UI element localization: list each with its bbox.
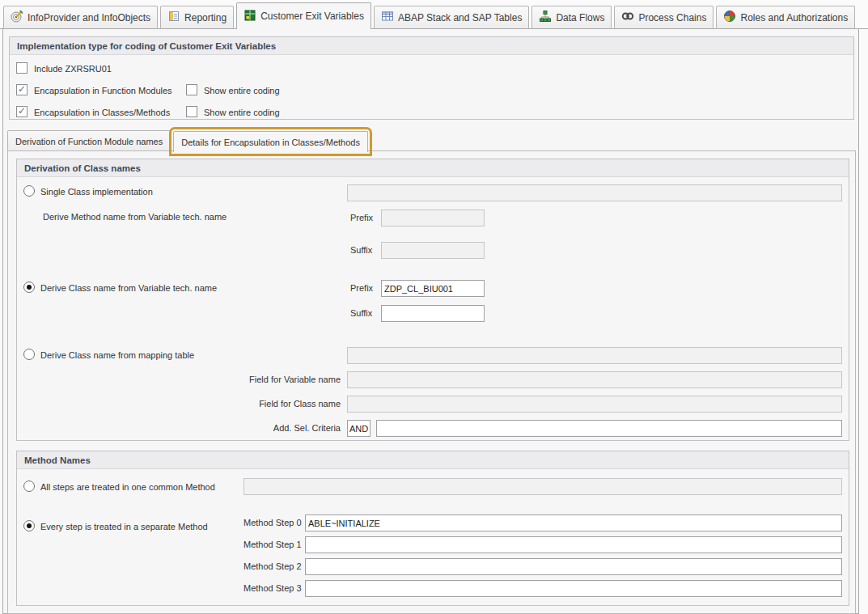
show-entire-coding-fm-label: Show entire coding — [204, 86, 280, 95]
class-suffix-label: Suffix — [350, 308, 372, 318]
mapping-table-label: Derive Class name from mapping table — [40, 350, 194, 360]
mapping-table-input[interactable] — [347, 347, 842, 364]
tab-reporting[interactable]: Reporting — [160, 6, 234, 28]
common-method-radio[interactable] — [23, 481, 35, 492]
separate-method-label: Every step is treated in a separate Meth… — [40, 522, 208, 531]
process-chains-icon — [621, 10, 634, 25]
report-icon — [167, 10, 180, 25]
method-step-2-input[interactable] — [305, 558, 842, 575]
encapsulation-classes-methods-checkbox[interactable] — [16, 106, 28, 117]
subtab-label: Derivation of Function Module names — [15, 137, 163, 146]
data-flows-icon — [539, 10, 552, 25]
tab-label: Customer Exit Variables — [260, 11, 364, 22]
method-names-group: Method Names All steps are treated in on… — [16, 451, 849, 606]
method-suffix-input[interactable] — [381, 242, 485, 259]
subtab-label: Details for Encapsulation in Classes/Met… — [181, 138, 360, 147]
subtab-encapsulation-classes-methods[interactable]: Details for Encapsulation in Classes/Met… — [173, 131, 368, 152]
encapsulation-details-panel: Derivation of Class names Single Class i… — [7, 150, 856, 614]
tab-abap-stack-and-sap-tables[interactable]: ABAP Stack and SAP Tables — [374, 6, 529, 28]
class-prefix-input[interactable] — [381, 280, 485, 297]
method-prefix-label: Prefix — [350, 213, 373, 222]
field-for-variable-name-label: Field for Variable name — [138, 375, 341, 384]
tab-customer-exit-variables[interactable]: Customer Exit Variables — [236, 2, 371, 29]
class-suffix-input[interactable] — [381, 305, 485, 322]
add-sel-criteria-input[interactable] — [376, 420, 842, 437]
field-for-variable-name-input[interactable] — [347, 371, 842, 388]
detail-tab-strip: Derivation of Function Module names Deta… — [7, 129, 370, 151]
field-for-class-name-input[interactable] — [347, 396, 842, 413]
common-method-input[interactable] — [243, 478, 842, 495]
include-zxrsru01-label: Include ZXRSRU01 — [34, 64, 112, 74]
tab-label: Process Chains — [638, 12, 706, 23]
roles-icon — [723, 10, 736, 25]
method-step-3-input[interactable] — [305, 580, 842, 597]
encapsulation-function-modules-label: Encapsulation in Function Modules — [34, 86, 172, 95]
method-prefix-input[interactable] — [381, 210, 485, 227]
exit-variables-icon — [243, 9, 256, 24]
method-step-1-label: Method Step 1 — [243, 540, 302, 549]
method-step-0-input[interactable] — [305, 514, 842, 531]
tab-label: Reporting — [184, 12, 227, 23]
subtab-function-module-names[interactable]: Derivation of Function Module names — [7, 130, 171, 151]
single-class-label: Single Class implementation — [40, 187, 153, 197]
show-entire-coding-cm-label: Show entire coding — [204, 108, 280, 117]
field-for-class-name-label: Field for Class name — [138, 399, 341, 409]
tab-label: Roles and Authorizations — [740, 12, 848, 23]
derive-class-tech-radio[interactable] — [23, 282, 35, 293]
encapsulation-function-modules-checkbox[interactable] — [16, 84, 28, 95]
derive-method-name-label: Derive Method name from Variable tech. n… — [43, 212, 227, 222]
separate-method-radio[interactable] — [23, 520, 35, 531]
tab-infoprovider-and-infoobjects[interactable]: InfoProvider and InfoObjects — [3, 6, 158, 28]
method-names-header: Method Names — [17, 451, 849, 469]
implementation-type-header: Implementation type for coding of Custom… — [10, 37, 853, 55]
implementation-type-group: Implementation type for coding of Custom… — [9, 36, 854, 120]
target-icon — [11, 10, 23, 25]
encapsulation-classes-methods-label: Encapsulation in Classes/Methods — [34, 108, 170, 117]
main-tab-strip: InfoProvider and InfoObjects Reporting C… — [0, 0, 868, 29]
common-method-label: All steps are treated in one common Meth… — [40, 482, 215, 492]
method-suffix-label: Suffix — [350, 245, 372, 255]
method-step-3-label: Method Step 3 — [243, 583, 302, 593]
derivation-of-class-names-group: Derivation of Class names Single Class i… — [16, 159, 849, 441]
single-class-input[interactable] — [347, 184, 842, 201]
tab-process-chains[interactable]: Process Chains — [614, 6, 713, 28]
class-prefix-label: Prefix — [350, 283, 373, 293]
show-entire-coding-cm-checkbox[interactable] — [186, 106, 197, 117]
mapping-table-radio[interactable] — [23, 349, 35, 360]
derivation-of-class-names-header: Derivation of Class names — [17, 159, 849, 177]
show-entire-coding-fm-checkbox[interactable] — [186, 84, 197, 95]
add-sel-criteria-label: Add. Sel. Criteria — [138, 423, 341, 433]
single-class-radio[interactable] — [23, 185, 35, 197]
method-step-1-input[interactable] — [305, 536, 842, 553]
tab-roles-and-authorizations[interactable]: Roles and Authorizations — [716, 6, 855, 28]
customer-exit-variables-panel: Implementation type for coding of Custom… — [2, 29, 859, 614]
tab-label: ABAP Stack and SAP Tables — [398, 12, 522, 23]
include-zxrsru01-checkbox[interactable] — [16, 62, 28, 74]
add-sel-criteria-operator[interactable] — [347, 420, 370, 437]
method-step-2-label: Method Step 2 — [243, 561, 302, 571]
tab-data-flows[interactable]: Data Flows — [531, 6, 612, 28]
method-step-0-label: Method Step 0 — [243, 518, 302, 527]
sap-table-icon — [381, 10, 394, 25]
derive-class-tech-label: Derive Class name from Variable tech. na… — [40, 283, 217, 293]
tab-label: InfoProvider and InfoObjects — [28, 12, 150, 23]
tab-label: Data Flows — [556, 12, 604, 23]
